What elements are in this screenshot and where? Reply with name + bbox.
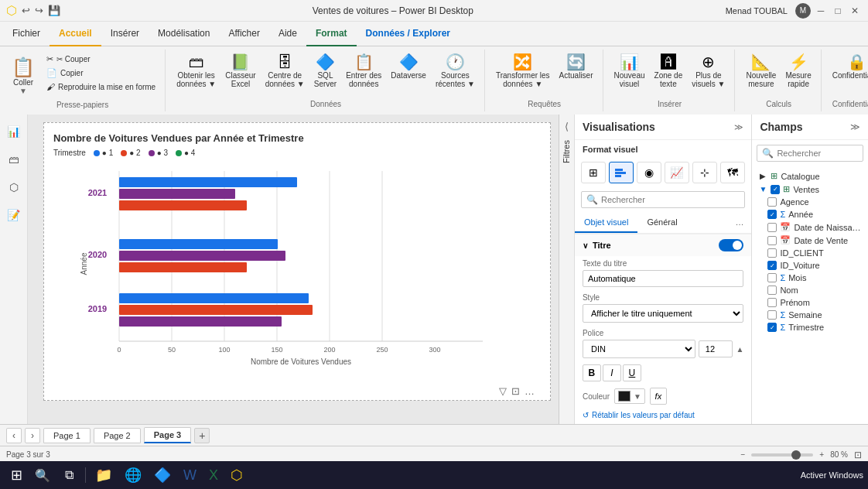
viz-icon-bar[interactable] <box>609 162 634 183</box>
filters-label[interactable]: Filtres <box>562 140 571 163</box>
transformer-donnees-btn[interactable]: 🔀 Transformer lesdonnées ▼ <box>493 53 553 90</box>
tree-item-agence[interactable]: Agence <box>752 196 868 208</box>
coller-btn[interactable]: 📋 Coller ▼ <box>6 53 40 99</box>
viz-search-input[interactable] <box>601 195 740 204</box>
italic-btn[interactable]: I <box>603 364 621 381</box>
tree-item-annee[interactable]: ✓ Σ Année <box>752 208 868 221</box>
titre-font-select[interactable]: DIN <box>583 340 696 358</box>
titre-texte-input[interactable] <box>583 270 743 287</box>
tab-format[interactable]: Format <box>306 22 357 46</box>
prenom-checkbox[interactable] <box>767 298 777 307</box>
taskbar-taskview-btn[interactable]: ⧉ <box>57 463 80 487</box>
id-client-checkbox[interactable] <box>767 248 777 258</box>
date-vente-checkbox[interactable] <box>767 236 777 245</box>
tree-item-mois[interactable]: Σ Mois <box>752 272 868 284</box>
nom-checkbox[interactable] <box>767 286 777 295</box>
format-tab-more[interactable]: … <box>727 213 751 233</box>
page-next-btn[interactable]: › <box>25 428 40 443</box>
viz-icon-table[interactable]: ⊞ <box>581 162 606 183</box>
viz-icon-scatter[interactable]: ⊹ <box>692 162 717 183</box>
chart-focus-icon[interactable]: ⊡ <box>511 385 520 397</box>
tab-fichier[interactable]: Fichier <box>3 22 50 46</box>
tab-afficher[interactable]: Afficher <box>219 22 268 46</box>
taskbar-start-btn[interactable]: ⊞ <box>5 463 28 487</box>
semaine-checkbox[interactable] <box>767 310 777 320</box>
tab-objet-visuel[interactable]: Objet visuel <box>575 213 637 233</box>
fx-btn[interactable]: fx <box>650 388 667 405</box>
mois-checkbox[interactable] <box>767 273 777 282</box>
confidentialite-btn[interactable]: 🔒 Confidentialité <box>829 53 868 81</box>
annee-checkbox[interactable]: ✓ <box>767 210 777 219</box>
viz-icon-pie[interactable]: ◉ <box>637 162 661 183</box>
format-group-titre-header[interactable]: ∨ Titre <box>575 234 751 256</box>
page-tab-3[interactable]: Page 3 <box>144 427 191 443</box>
underline-btn[interactable]: U <box>623 364 641 381</box>
sidebar-dax-btn[interactable]: 📝 <box>3 204 25 226</box>
page-prev-btn[interactable]: ‹ <box>6 428 22 443</box>
tab-general[interactable]: Général <box>637 213 686 233</box>
dataverse-btn[interactable]: 🔷 Dataverse <box>388 53 429 81</box>
save-btn[interactable]: 💾 <box>48 5 60 16</box>
tree-item-ventes[interactable]: ▼ ✓ ⊞ Ventes <box>752 183 868 196</box>
entrer-donnees-btn[interactable]: 📋 Entrer desdonnées <box>343 53 384 90</box>
nouvelle-mesure-btn[interactable]: 📐 Nouvellemesure <box>743 53 779 90</box>
font-size-up-icon[interactable]: ▲ <box>736 345 743 354</box>
chart-more-icon[interactable]: … <box>525 385 535 397</box>
undo-btn[interactable]: ↩ <box>22 5 30 16</box>
chart-filter-icon[interactable]: ▽ <box>499 385 507 397</box>
ventes-checkbox[interactable]: ✓ <box>771 185 780 194</box>
sources-recentes-btn[interactable]: 🕐 Sourcesrécentes ▼ <box>432 53 478 90</box>
tab-aide[interactable]: Aide <box>269 22 306 46</box>
couper-btn[interactable]: ✂✂ Couper <box>43 53 159 66</box>
titre-toggle[interactable] <box>719 239 743 251</box>
redo-btn[interactable]: ↪ <box>35 5 43 16</box>
fit-page-btn[interactable]: ⊡ <box>854 450 862 460</box>
tree-item-id-client[interactable]: ID_CLIENT <box>752 247 868 259</box>
reproduire-btn[interactable]: 🖌Reproduire la mise en forme <box>43 80 159 93</box>
close-btn[interactable]: ✕ <box>848 4 862 18</box>
tab-modelisation[interactable]: Modélisation <box>149 22 219 46</box>
taskbar-word-btn[interactable]: W <box>179 464 201 486</box>
viz-icon-line[interactable]: 📈 <box>665 162 689 183</box>
viz-panel-expand-btn[interactable]: ≫ <box>734 122 743 132</box>
actualiser-btn[interactable]: 🔄 Actualiser <box>556 53 596 81</box>
minimize-btn[interactable]: ─ <box>814 4 828 18</box>
tab-inserer[interactable]: Insérer <box>101 22 149 46</box>
taskbar-explorer-btn[interactable]: 📁 <box>91 464 117 486</box>
taskbar-pbi-btn[interactable]: ⬡ <box>226 464 248 486</box>
tree-item-date-vente[interactable]: 📅 Date de Vente <box>752 234 868 247</box>
maximize-btn[interactable]: □ <box>831 4 845 18</box>
zoom-thumb[interactable] <box>791 450 801 460</box>
tab-donnees[interactable]: Données / Explorer <box>357 22 460 46</box>
copier-btn[interactable]: 📄Copier <box>43 67 159 80</box>
agence-checkbox[interactable] <box>767 197 777 207</box>
viz-icon-map[interactable]: 🗺 <box>720 162 745 183</box>
taskbar-excel-btn[interactable]: X <box>204 464 223 486</box>
tree-item-catalogue[interactable]: ▶ ⊞ Catalogue <box>752 169 868 183</box>
bold-btn[interactable]: B <box>583 364 601 381</box>
reset-link[interactable]: ↺ Rétablir les valeurs par défaut <box>575 408 751 422</box>
titre-style-select[interactable]: Afficher le titre uniquement <box>583 304 743 323</box>
chart-canvas[interactable]: Nombre de Voitures Vendues par Année et … <box>43 122 551 401</box>
color-dropdown-icon[interactable]: ▼ <box>634 392 641 401</box>
zoom-minus-btn[interactable]: − <box>741 450 746 459</box>
titre-font-size[interactable] <box>699 340 733 357</box>
tree-item-prenom[interactable]: Prénom <box>752 296 868 309</box>
plus-visuels-btn[interactable]: ⊕ Plus devisuels ▼ <box>689 53 728 90</box>
sidebar-data-btn[interactable]: 🗃 <box>3 149 25 170</box>
nouveau-visuel-btn[interactable]: 📊 Nouveauvisuel <box>611 53 648 90</box>
zoom-plus-btn[interactable]: + <box>819 450 824 459</box>
page-add-btn[interactable]: + <box>194 428 210 443</box>
tab-accueil[interactable]: Accueil <box>50 22 101 46</box>
zoom-slider[interactable] <box>751 453 813 457</box>
page-tab-2[interactable]: Page 2 <box>94 428 141 443</box>
centre-donnees-btn[interactable]: 🗄 Centre dedonnées ▼ <box>262 53 308 90</box>
classeur-excel-btn[interactable]: 📗 ClasseurExcel <box>222 53 258 90</box>
taskbar-search-btn[interactable]: 🔍 <box>31 463 54 487</box>
mesure-rapide-btn[interactable]: ⚡ Mesurerapide <box>782 53 814 90</box>
taskbar-edge-btn[interactable]: 🔷 <box>149 464 176 486</box>
tree-item-nom[interactable]: Nom <box>752 284 868 296</box>
sidebar-model-btn[interactable]: ⬡ <box>3 176 25 198</box>
filters-expand-icon[interactable]: ⟨ <box>565 121 569 132</box>
color-picker[interactable]: ▼ <box>614 388 645 404</box>
